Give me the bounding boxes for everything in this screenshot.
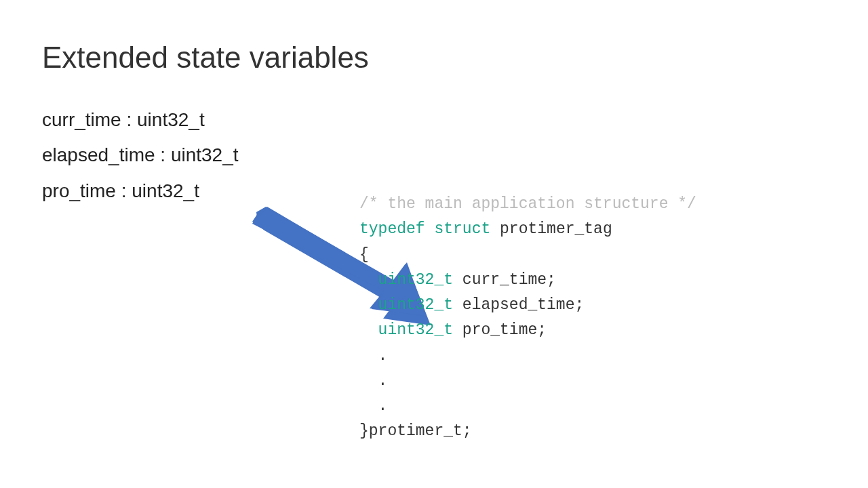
variable-sep: : xyxy=(116,180,132,201)
code-ellipsis: . xyxy=(359,344,696,369)
variable-sep: : xyxy=(121,109,137,130)
code-ellipsis: . xyxy=(359,394,696,419)
variable-type: uint32_t xyxy=(171,144,239,165)
code-member: uint32_t elapsed_time; xyxy=(359,293,696,318)
variable-item: elapsed_time : uint32_t xyxy=(42,138,239,172)
code-snippet: /* the main application structure */ typ… xyxy=(359,192,696,445)
variable-name: elapsed_time xyxy=(42,144,160,165)
variable-type: uint32_t xyxy=(137,109,205,130)
code-line: { xyxy=(359,243,696,268)
code-ellipsis: . xyxy=(359,369,696,394)
code-line: }protimer_t; xyxy=(359,419,696,444)
code-type: uint32_t xyxy=(378,296,453,314)
variable-list: curr_time : uint32_t elapsed_time : uint… xyxy=(42,103,239,209)
code-member-name: elapsed_time; xyxy=(453,296,584,314)
variable-type: uint32_t xyxy=(132,180,199,201)
code-member-name: pro_time; xyxy=(453,321,547,339)
variable-item: pro_time : uint32_t xyxy=(42,174,239,208)
code-member: uint32_t pro_time; xyxy=(359,318,696,343)
code-member-name: curr_time; xyxy=(453,271,556,289)
code-member: uint32_t curr_time; xyxy=(359,268,696,293)
code-keyword: struct xyxy=(434,220,490,238)
code-struct-name: protimer_tag xyxy=(490,220,612,238)
variable-name: curr_time xyxy=(42,109,121,130)
code-comment: /* the main application structure */ xyxy=(359,192,696,217)
code-line: typedef struct protimer_tag xyxy=(359,217,696,242)
code-keyword: typedef xyxy=(359,220,425,238)
code-type: uint32_t xyxy=(378,321,453,339)
variable-sep: : xyxy=(160,144,171,165)
variable-item: curr_time : uint32_t xyxy=(42,103,239,137)
code-type: uint32_t xyxy=(378,271,453,289)
slide-title: Extended state variables xyxy=(42,41,369,75)
variable-name: pro_time xyxy=(42,180,116,201)
